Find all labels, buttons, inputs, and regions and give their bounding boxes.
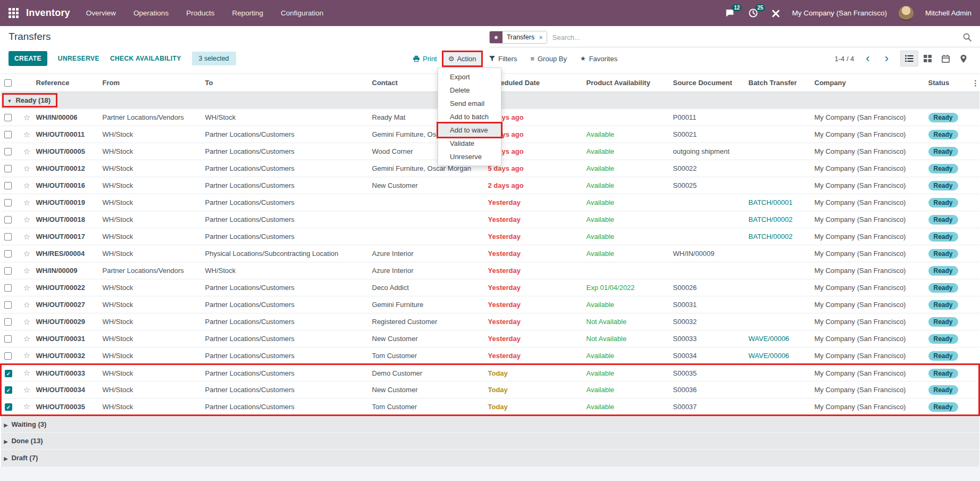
row-select-cell[interactable] bbox=[1, 126, 20, 143]
cell-scheduled-date[interactable]: Yesterday bbox=[485, 245, 583, 262]
cell-source-document[interactable] bbox=[670, 211, 746, 228]
cell-status[interactable]: Ready bbox=[925, 160, 969, 177]
cell-status[interactable]: Ready bbox=[925, 109, 969, 126]
cell-scheduled-date[interactable]: Yesterday bbox=[485, 211, 583, 228]
cell-to[interactable]: Partner Locations/Customers bbox=[202, 279, 369, 296]
cell-status[interactable]: Ready bbox=[925, 296, 969, 313]
cell-source-document[interactable] bbox=[670, 194, 746, 211]
cell-status[interactable]: Ready bbox=[925, 364, 969, 382]
row-favorite-cell[interactable]: ☆ bbox=[20, 109, 33, 126]
unreserve-button[interactable]: UNRESERVE bbox=[58, 55, 99, 62]
table-row[interactable]: ☆WH/RES/00004WH/StockPhysical Locations/… bbox=[1, 245, 979, 262]
cell-from[interactable]: WH/Stock bbox=[99, 347, 202, 364]
cell-from[interactable]: WH/Stock bbox=[99, 296, 202, 313]
cell-from[interactable]: Partner Locations/Vendors bbox=[99, 109, 202, 126]
row-favorite-cell[interactable]: ☆ bbox=[20, 194, 33, 211]
cell-to[interactable]: Partner Locations/Customers bbox=[202, 228, 369, 245]
cell-to[interactable]: Partner Locations/Customers bbox=[202, 382, 369, 399]
group-by-button[interactable]: ≡ Group By bbox=[530, 55, 567, 63]
cell-company[interactable]: My Company (San Francisco) bbox=[811, 399, 925, 416]
filters-button[interactable]: Filters bbox=[489, 55, 517, 63]
table-row[interactable]: ☆WH/OUT/00017WH/StockPartner Locations/C… bbox=[1, 228, 979, 245]
cell-batch-transfer[interactable] bbox=[746, 279, 811, 296]
cell-source-document[interactable]: S00035 bbox=[670, 364, 746, 382]
avatar[interactable] bbox=[899, 6, 914, 21]
cell-batch-transfer[interactable] bbox=[746, 262, 811, 279]
cell-reference[interactable]: WH/IN/00009 bbox=[33, 262, 99, 279]
check-availability-button[interactable]: CHECK AVAILABILITY bbox=[110, 55, 181, 62]
cell-contact[interactable] bbox=[369, 194, 485, 211]
cell-status[interactable]: Ready bbox=[925, 279, 969, 296]
cell-source-document[interactable]: S00033 bbox=[670, 330, 746, 347]
row-favorite-cell[interactable]: ☆ bbox=[20, 245, 33, 262]
cell-company[interactable]: My Company (San Francisco) bbox=[811, 126, 925, 143]
cell-reference[interactable]: WH/OUT/00016 bbox=[33, 177, 99, 194]
cell-contact[interactable]: Demo Customer bbox=[369, 364, 485, 382]
row-favorite-cell[interactable]: ☆ bbox=[20, 296, 33, 313]
cell-product-availability[interactable]: Available bbox=[583, 245, 670, 262]
cell-contact[interactable]: Gemini Furniture bbox=[369, 296, 485, 313]
column-header-product-availability[interactable]: Product Availability bbox=[583, 74, 670, 92]
row-checkbox[interactable] bbox=[4, 114, 12, 121]
cell-batch-transfer[interactable] bbox=[746, 126, 811, 143]
cell-status[interactable]: Ready bbox=[925, 382, 969, 399]
table-row[interactable]: ☆WH/OUT/00019WH/StockPartner Locations/C… bbox=[1, 194, 979, 211]
cell-source-document[interactable]: S00021 bbox=[670, 126, 746, 143]
cell-contact[interactable]: New Customer bbox=[369, 177, 485, 194]
favorite-star-icon[interactable]: ☆ bbox=[23, 283, 30, 292]
cell-scheduled-date[interactable]: Today bbox=[485, 364, 583, 382]
cell-product-availability[interactable]: Available bbox=[583, 143, 670, 160]
cell-product-availability[interactable]: Available bbox=[583, 228, 670, 245]
row-select-cell[interactable] bbox=[1, 313, 20, 330]
menu-item-add-to-wave[interactable]: Add to wave bbox=[438, 123, 501, 137]
cell-batch-transfer[interactable]: BATCH/00002 bbox=[746, 228, 811, 245]
row-select-cell[interactable] bbox=[1, 143, 20, 160]
company-switcher[interactable]: My Company (San Francisco) bbox=[792, 9, 887, 17]
group-row-done[interactable]: ▶Done (13) bbox=[1, 433, 979, 450]
row-checkbox[interactable]: ✓ bbox=[5, 370, 12, 377]
row-favorite-cell[interactable]: ☆ bbox=[20, 177, 33, 194]
cell-to[interactable]: Partner Locations/Customers bbox=[202, 347, 369, 364]
app-name[interactable]: Inventory bbox=[26, 7, 70, 19]
cell-product-availability[interactable]: Available bbox=[583, 364, 670, 382]
cell-status[interactable]: Ready bbox=[925, 313, 969, 330]
cell-spacer[interactable] bbox=[969, 177, 979, 194]
cell-spacer[interactable] bbox=[969, 109, 979, 126]
row-favorite-cell[interactable]: ☆ bbox=[20, 143, 33, 160]
row-favorite-cell[interactable]: ☆ bbox=[20, 211, 33, 228]
cell-contact[interactable]: Azure Interior bbox=[369, 262, 485, 279]
select-all-checkbox[interactable] bbox=[4, 79, 12, 87]
cell-to[interactable]: Physical Locations/Subcontracting Locati… bbox=[202, 245, 369, 262]
cell-reference[interactable]: WH/OUT/00022 bbox=[33, 279, 99, 296]
favorite-star-icon[interactable]: ☆ bbox=[23, 368, 30, 377]
row-checkbox[interactable] bbox=[4, 233, 12, 240]
favorite-star-icon[interactable]: ☆ bbox=[23, 402, 30, 411]
cell-scheduled-date[interactable]: Yesterday bbox=[485, 194, 583, 211]
cell-spacer[interactable] bbox=[969, 262, 979, 279]
cell-reference[interactable]: WH/OUT/00019 bbox=[33, 194, 99, 211]
row-favorite-cell[interactable]: ☆ bbox=[20, 382, 33, 399]
cell-company[interactable]: My Company (San Francisco) bbox=[811, 382, 925, 399]
row-favorite-cell[interactable]: ☆ bbox=[20, 126, 33, 143]
cell-status[interactable]: Ready bbox=[925, 177, 969, 194]
cell-spacer[interactable] bbox=[969, 347, 979, 364]
cell-source-document[interactable]: P00011 bbox=[670, 109, 746, 126]
cell-to[interactable]: Partner Locations/Customers bbox=[202, 160, 369, 177]
cell-company[interactable]: My Company (San Francisco) bbox=[811, 330, 925, 347]
cell-reference[interactable]: WH/OUT/00033 bbox=[33, 364, 99, 382]
cell-status[interactable]: Ready bbox=[925, 143, 969, 160]
cell-company[interactable]: My Company (San Francisco) bbox=[811, 160, 925, 177]
cell-to[interactable]: Partner Locations/Customers bbox=[202, 194, 369, 211]
cell-reference[interactable]: WH/OUT/00029 bbox=[33, 313, 99, 330]
cell-contact[interactable]: New Customer bbox=[369, 330, 485, 347]
cell-reference[interactable]: WH/OUT/00034 bbox=[33, 382, 99, 399]
favorite-star-icon[interactable]: ☆ bbox=[23, 198, 30, 207]
cell-scheduled-date[interactable]: Today bbox=[485, 382, 583, 399]
cell-company[interactable]: My Company (San Francisco) bbox=[811, 143, 925, 160]
row-checkbox[interactable]: ✓ bbox=[5, 403, 12, 411]
row-select-cell[interactable] bbox=[1, 160, 20, 177]
cell-from[interactable]: WH/Stock bbox=[99, 160, 202, 177]
cell-batch-transfer[interactable] bbox=[746, 160, 811, 177]
cell-product-availability[interactable] bbox=[583, 109, 670, 126]
cell-batch-transfer[interactable] bbox=[746, 364, 811, 382]
